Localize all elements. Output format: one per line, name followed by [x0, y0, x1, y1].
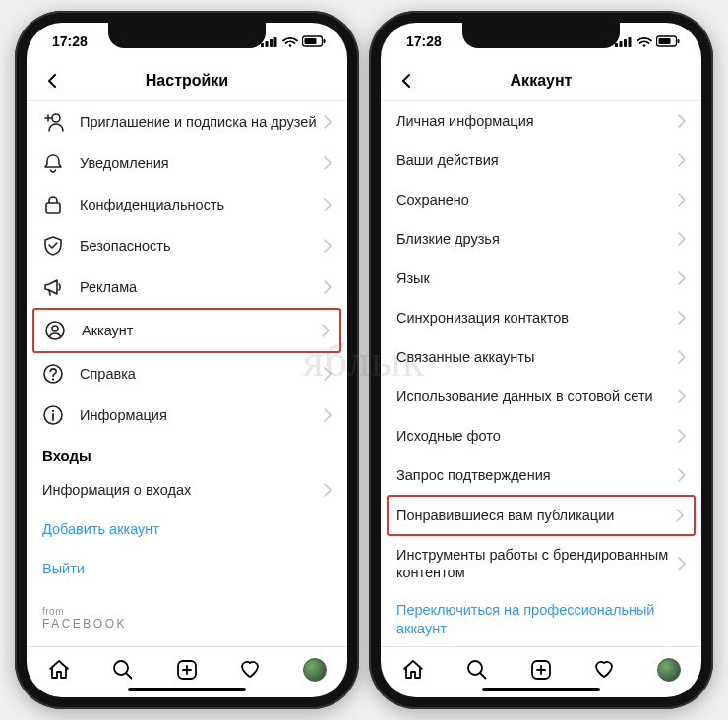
tab-home[interactable] [400, 657, 426, 683]
wifi-icon [282, 36, 298, 47]
row-ads[interactable]: Реклама [27, 267, 347, 308]
row-label: Уведомления [80, 154, 324, 172]
back-button[interactable] [394, 69, 418, 92]
row-notifications[interactable]: Уведомления [27, 143, 347, 184]
row-original-photos[interactable]: Исходные фото [381, 416, 701, 455]
user-icon [44, 320, 66, 341]
shield-icon [42, 235, 64, 257]
add-post-icon [176, 659, 198, 681]
tab-home[interactable] [46, 657, 72, 683]
row-privacy[interactable]: Конфиденциальность [27, 184, 347, 225]
notch [108, 23, 266, 48]
back-button[interactable] [40, 69, 64, 92]
bell-icon [42, 152, 64, 174]
chevron-right-icon [676, 509, 684, 522]
row-label: Ваши действия [396, 151, 678, 169]
row-branded-content[interactable]: Инструменты работы с брендированным конт… [381, 536, 701, 591]
chevron-right-icon [678, 114, 686, 128]
row-about[interactable]: Информация [27, 394, 347, 436]
row-posts-you-liked[interactable]: Понравившиеся вам публикации [387, 495, 696, 536]
chevron-right-icon [324, 367, 332, 381]
row-close-friends[interactable]: Близкие друзья [381, 219, 701, 259]
chevron-right-icon [678, 193, 686, 207]
row-label: Личная информация [396, 112, 678, 130]
row-invite-friends[interactable]: Приглашение и подписка на друзей [27, 101, 347, 143]
row-label: Язык [396, 270, 678, 287]
row-cellular-data[interactable]: Использование данных в сотовой сети [381, 377, 701, 416]
chevron-right-icon [678, 557, 686, 570]
nav-bar: Настройки [27, 60, 347, 101]
chevron-right-icon [324, 239, 332, 253]
row-login-info[interactable]: Информация о входах [27, 470, 347, 510]
phone-right: 17:28 Аккаунт Личная информация [369, 11, 713, 709]
row-switch-professional[interactable]: Переключиться на профессиональный аккаун… [381, 591, 701, 646]
chevron-right-icon [324, 198, 332, 211]
chevron-left-icon [47, 74, 57, 88]
row-logout[interactable]: Выйти [27, 549, 347, 588]
row-label: Безопасность [80, 237, 324, 255]
row-saved[interactable]: Сохранено [381, 180, 701, 219]
row-label: Связанные аккаунты [396, 348, 678, 366]
tab-add[interactable] [174, 657, 200, 683]
tab-add[interactable] [528, 657, 554, 683]
row-label: Информация [80, 406, 324, 424]
row-security[interactable]: Безопасность [27, 225, 347, 267]
row-help[interactable]: Справка [27, 353, 347, 394]
nav-bar: Аккаунт [381, 60, 701, 101]
avatar-icon [303, 658, 327, 682]
chevron-right-icon [324, 115, 332, 129]
row-personal-info[interactable]: Личная информация [381, 101, 701, 141]
row-label: Исходные фото [396, 427, 678, 445]
megaphone-icon [42, 276, 64, 298]
row-add-account[interactable]: Добавить аккаунт [27, 510, 347, 549]
battery-icon [302, 35, 326, 47]
notch [462, 23, 620, 48]
row-language[interactable]: Язык [381, 259, 701, 298]
wifi-icon [637, 36, 652, 47]
tab-profile[interactable] [656, 657, 682, 683]
tab-search[interactable] [464, 657, 490, 683]
tab-activity[interactable] [592, 657, 618, 683]
phone-left: 17:28 Настройки Приглашение и подписка н… [15, 11, 359, 709]
row-your-activity[interactable]: Ваши действия [381, 141, 701, 180]
chevron-right-icon [678, 350, 686, 364]
row-label: Переключиться на профессиональный аккаун… [396, 601, 686, 636]
add-post-icon [530, 659, 552, 681]
tab-profile[interactable] [302, 657, 328, 683]
row-account[interactable]: Аккаунт [32, 308, 341, 353]
home-icon [401, 658, 425, 682]
home-indicator[interactable] [482, 688, 600, 691]
tab-activity[interactable] [238, 657, 264, 683]
row-contacts-sync[interactable]: Синхронизация контактов [381, 298, 701, 337]
row-label: Синхронизация контактов [396, 309, 678, 327]
info-icon [42, 404, 64, 426]
chevron-right-icon [322, 324, 330, 337]
facebook-label: FACEBOOK [42, 617, 332, 630]
lock-icon [42, 194, 64, 215]
row-label: Близкие друзья [396, 230, 678, 248]
search-icon [111, 658, 135, 682]
row-label: Понравившиеся вам публикации [396, 507, 676, 524]
chevron-right-icon [678, 468, 686, 482]
chevron-left-icon [401, 74, 411, 88]
row-label: Запрос подтверждения [396, 466, 678, 484]
from-facebook: from FACEBOOK [27, 588, 347, 630]
row-label: Реклама [80, 278, 324, 296]
row-request-verification[interactable]: Запрос подтверждения [381, 455, 701, 495]
account-list: Личная информация Ваши действия Сохранен… [381, 101, 701, 646]
battery-icon [656, 35, 680, 47]
chevron-right-icon [324, 483, 332, 497]
row-linked-accounts[interactable]: Связанные аккаунты [381, 337, 701, 377]
help-icon [42, 363, 64, 385]
row-label: Добавить аккаунт [42, 520, 332, 538]
tab-search[interactable] [110, 657, 136, 683]
add-user-icon [42, 111, 64, 133]
home-indicator[interactable] [128, 688, 246, 691]
chevron-right-icon [678, 271, 686, 285]
home-icon [47, 658, 71, 682]
row-label: Сохранено [396, 191, 678, 209]
settings-list: Приглашение и подписка на друзей Уведомл… [27, 101, 347, 646]
chevron-right-icon [324, 280, 332, 294]
heart-icon [593, 658, 617, 682]
chevron-right-icon [678, 153, 686, 167]
